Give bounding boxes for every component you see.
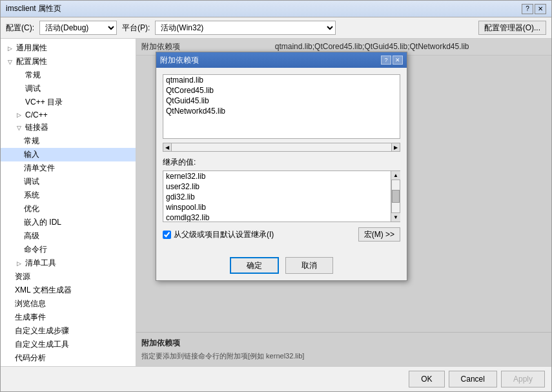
sidebar-item-linker-input[interactable]: 输入: [1, 148, 136, 161]
inherited-label: 继承的值:: [163, 157, 400, 168]
inherit-checkbox-row: 从父级或项目默认设置继承(I) 宏(M) >>: [163, 227, 400, 242]
sidebar-label-resources: 资源: [15, 271, 30, 282]
scroll-down-arrow[interactable]: ▼: [391, 212, 400, 222]
expand-icon-debug: [15, 85, 23, 93]
title-bar: imsclient 属性页 ? ✕: [1, 1, 551, 17]
sidebar-item-code-analysis[interactable]: 代码分析: [1, 351, 136, 365]
inherit-checkbox[interactable]: [163, 231, 171, 239]
sidebar-item-linker-cmdline[interactable]: 命令行: [1, 243, 136, 256]
sidebar-label-linker-system: 系统: [24, 190, 39, 201]
hscroll-track[interactable]: [172, 143, 391, 152]
sidebar-item-build-events[interactable]: 生成事件: [1, 311, 136, 324]
dialog-close-button[interactable]: ✕: [393, 56, 403, 65]
dialog-title-controls: ? ✕: [381, 56, 403, 65]
ok-button[interactable]: OK: [409, 371, 444, 387]
list-item[interactable]: QtNetworkd45.lib: [163, 106, 400, 116]
inherited-listbox-container: kernel32.lib user32.lib gdi32.lib winspo…: [163, 170, 400, 222]
dialog: 附加依赖项 ? ✕ qtmaind.lib QtCored45.lib QtGu…: [156, 52, 407, 281]
dialog-ok-button[interactable]: 确定: [230, 257, 279, 274]
main-content: ▷ 通用属性 ▽ 配置属性 常规 调试 VC++ 目录 ▷ C/C++: [1, 39, 551, 366]
sidebar-label-code-analysis: 代码分析: [15, 353, 46, 364]
sidebar-label-common: 通用属性: [16, 43, 47, 54]
sidebar: ▷ 通用属性 ▽ 配置属性 常规 调试 VC++ 目录 ▷ C/C++: [1, 39, 136, 366]
hscrollbar: ◀ ▶: [163, 143, 400, 152]
dialog-input-listbox[interactable]: qtmaind.lib QtCored45.lib QtGuid45.lib Q…: [163, 74, 400, 139]
cancel-button[interactable]: Cancel: [449, 371, 497, 387]
sidebar-label-config: 配置属性: [16, 56, 47, 67]
sidebar-item-manifest-tool[interactable]: ▷ 清单工具: [1, 256, 136, 270]
sidebar-label-linker-embedded: 嵌入的 IDL: [24, 217, 61, 228]
sidebar-item-linker-embedded[interactable]: 嵌入的 IDL: [1, 216, 136, 229]
sidebar-item-xml-gen[interactable]: XML 文档生成器: [1, 284, 136, 297]
macro-button[interactable]: 宏(M) >>: [358, 227, 400, 242]
scroll-up-arrow[interactable]: ▲: [391, 171, 400, 180]
dialog-inherited-listbox[interactable]: kernel32.lib user32.lib gdi32.lib winspo…: [163, 170, 391, 222]
close-button[interactable]: ✕: [535, 4, 546, 14]
sidebar-item-common[interactable]: ▷ 通用属性: [1, 41, 136, 55]
sidebar-item-linker-optimize[interactable]: 优化: [1, 202, 136, 216]
list-item[interactable]: gdi32.lib: [163, 192, 391, 202]
manage-config-button[interactable]: 配置管理器(O)...: [478, 21, 546, 35]
sidebar-label-debug: 调试: [25, 83, 41, 94]
expand-icon-vcpp: [15, 99, 23, 107]
sidebar-item-config[interactable]: ▽ 配置属性: [1, 55, 136, 68]
window-title: imsclient 属性页: [6, 3, 61, 14]
expand-icon-general: [15, 72, 23, 79]
title-controls: ? ✕: [522, 4, 546, 14]
config-dropdown[interactable]: 活动(Debug): [39, 21, 117, 35]
platform-dropdown[interactable]: 活动(Win32): [155, 21, 336, 35]
sidebar-label-linker-manifest: 清单文件: [24, 163, 55, 174]
sidebar-item-resources[interactable]: 资源: [1, 270, 136, 284]
expand-icon-common: ▷: [6, 45, 14, 52]
list-item[interactable]: QtCored45.lib: [163, 85, 400, 96]
scroll-thumb[interactable]: [392, 190, 400, 203]
sidebar-item-vcpp[interactable]: VC++ 目录: [1, 96, 136, 109]
list-item[interactable]: qtmaind.lib: [163, 75, 400, 85]
dialog-cancel-button[interactable]: 取消: [285, 257, 333, 274]
sidebar-label-linker-general: 常规: [24, 136, 39, 147]
dialog-title: 附加依赖项: [160, 55, 199, 66]
sidebar-item-linker-advanced[interactable]: 高级: [1, 229, 136, 243]
list-item[interactable]: kernel32.lib: [163, 171, 391, 181]
dialog-content: qtmaind.lib QtCored45.lib QtGuid45.lib Q…: [156, 68, 407, 253]
sidebar-label-linker-optimize: 优化: [24, 203, 39, 214]
sidebar-label-browse: 浏览信息: [15, 298, 46, 309]
sidebar-item-browse[interactable]: 浏览信息: [1, 297, 136, 311]
config-label: 配置(C):: [6, 23, 34, 34]
footer: OK Cancel Apply: [1, 366, 551, 391]
sidebar-label-vcpp: VC++ 目录: [25, 97, 63, 108]
sidebar-item-linker-general[interactable]: 常规: [1, 134, 136, 148]
sidebar-item-linker-manifest[interactable]: 清单文件: [1, 161, 136, 175]
sidebar-item-linker[interactable]: ▽ 链接器: [1, 121, 136, 134]
dialog-title-bar: 附加依赖项 ? ✕: [156, 52, 407, 68]
config-bar: 配置(C): 活动(Debug) 平台(P): 活动(Win32) 配置管理器(…: [1, 17, 551, 39]
sidebar-item-linker-system[interactable]: 系统: [1, 189, 136, 202]
expand-icon-config: ▽: [6, 58, 14, 66]
expand-icon-manifest: ▷: [15, 260, 23, 267]
sidebar-item-general[interactable]: 常规: [1, 68, 136, 82]
help-button[interactable]: ?: [522, 4, 533, 14]
list-item[interactable]: QtGuid45.lib: [163, 96, 400, 106]
list-item[interactable]: winspool.lib: [163, 202, 391, 212]
list-item[interactable]: comdlg32.lib: [163, 212, 391, 222]
dialog-help-button[interactable]: ?: [381, 56, 391, 65]
right-panel: 附加依赖项 qtmaind.lib;QtCored45.lib;QtGuid45…: [136, 39, 551, 366]
sidebar-item-custom-tools[interactable]: 自定义生成工具: [1, 338, 136, 351]
scroll-left-arrow[interactable]: ◀: [163, 143, 172, 152]
inherit-checkbox-label: 从父级或项目默认设置继承(I): [174, 229, 274, 240]
expand-icon-linker: ▽: [15, 124, 23, 132]
sidebar-item-cpp[interactable]: ▷ C/C++: [1, 109, 136, 121]
expand-icon-cpp: ▷: [15, 111, 23, 119]
platform-label: 平台(P):: [122, 23, 150, 34]
sidebar-item-custom-steps[interactable]: 自定义生成步骤: [1, 324, 136, 338]
sidebar-item-debug[interactable]: 调试: [1, 82, 136, 96]
apply-button[interactable]: Apply: [501, 371, 545, 387]
sidebar-label-linker-cmdline: 命令行: [24, 244, 47, 255]
sidebar-label-manifest: 清单工具: [25, 258, 56, 269]
scroll-right-arrow[interactable]: ▶: [391, 143, 400, 152]
sidebar-label-linker: 链接器: [25, 122, 48, 133]
list-item[interactable]: user32.lib: [163, 181, 391, 192]
sidebar-label-build-events: 生成事件: [15, 312, 46, 323]
sidebar-item-linker-debug[interactable]: 调试: [1, 175, 136, 189]
dialog-footer: 确定 取消: [156, 253, 407, 280]
